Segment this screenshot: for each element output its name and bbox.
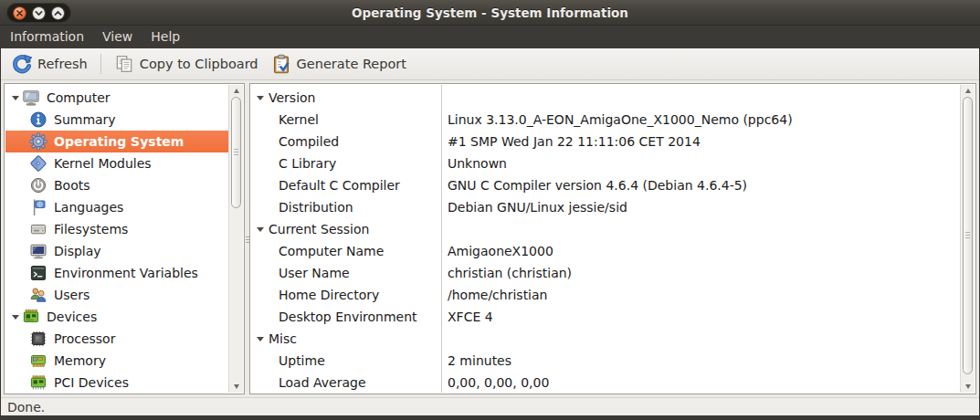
scroll-down-button[interactable] bbox=[229, 381, 243, 393]
detail-key: User Name bbox=[251, 266, 441, 280]
section-header-current-session[interactable]: Current Session bbox=[251, 218, 960, 240]
triangle-down-icon bbox=[12, 96, 19, 100]
minimize-button[interactable] bbox=[31, 5, 47, 21]
menu-item-view[interactable]: View bbox=[93, 26, 142, 48]
sidebar-item-label: Languages bbox=[54, 200, 123, 215]
sidebar-item-devices[interactable]: Devices bbox=[5, 306, 228, 328]
detail-row-c-library[interactable]: C LibraryUnknown bbox=[251, 152, 960, 174]
sidebar-item-label: Filesystems bbox=[54, 222, 128, 236]
sidebar-item-filesystems[interactable]: Filesystems bbox=[5, 218, 228, 240]
sidebar-item-display[interactable]: Display bbox=[5, 240, 228, 262]
sidebar-item-label: Processor bbox=[54, 331, 115, 346]
detail-value: Debian GNU/Linux jessie/sid bbox=[441, 200, 627, 215]
arrow-down-icon bbox=[234, 384, 239, 389]
detail-row-user-name[interactable]: User Namechristian (christian) bbox=[251, 262, 960, 284]
detail-row-computer-name[interactable]: Computer NameAmigaoneX1000 bbox=[251, 240, 960, 262]
expander-icon[interactable] bbox=[257, 96, 269, 100]
detail-value: 0,00, 0,00, 0,00 bbox=[441, 375, 549, 390]
triangle-down-icon bbox=[257, 96, 264, 100]
menu-item-information[interactable]: Information bbox=[1, 26, 93, 48]
window-resize-edge[interactable] bbox=[0, 415, 980, 420]
detail-key: Home Directory bbox=[251, 288, 441, 302]
detail-row-distribution[interactable]: DistributionDebian GNU/Linux jessie/sid bbox=[251, 196, 960, 218]
filesystems-icon bbox=[29, 220, 47, 238]
copy-to-clipboard-button[interactable]: Copy to Clipboard bbox=[108, 51, 265, 77]
scrollbar-thumb[interactable] bbox=[231, 97, 241, 208]
expander-icon[interactable] bbox=[257, 227, 269, 232]
window-controls bbox=[6, 3, 71, 23]
detail-row-compiled[interactable]: Compiled#1 SMP Wed Jan 22 11:11:06 CET 2… bbox=[251, 131, 960, 152]
section-header-version[interactable]: Version bbox=[251, 87, 960, 109]
statusbar: Done. bbox=[1, 397, 979, 415]
detail-key: Computer Name bbox=[251, 244, 441, 258]
detail-row-uptime[interactable]: Uptime2 minutes bbox=[251, 350, 960, 372]
generate-report-button[interactable]: Generate Report bbox=[265, 51, 413, 77]
detail-row-desktop-environment[interactable]: Desktop EnvironmentXFCE 4 bbox=[251, 306, 960, 328]
details-scrollbar[interactable] bbox=[960, 85, 975, 393]
titlebar[interactable]: Operating System - System Information bbox=[0, 0, 980, 26]
close-button[interactable] bbox=[12, 5, 27, 21]
detail-value: GNU C Compiler version 4.6.4 (Debian 4.6… bbox=[441, 178, 747, 193]
splitter-grip-icon bbox=[246, 236, 249, 245]
sidebar-item-operating-system[interactable]: Operating System bbox=[5, 131, 228, 152]
operating-system-icon bbox=[29, 132, 47, 151]
detail-row-default-c-compiler[interactable]: Default C CompilerGNU C Compiler version… bbox=[251, 174, 960, 196]
sidebar-item-languages[interactable]: Languages bbox=[5, 196, 228, 218]
section-header-misc[interactable]: Misc bbox=[251, 328, 960, 350]
section-title-cell: Version bbox=[251, 90, 441, 105]
scroll-down-button[interactable] bbox=[961, 381, 975, 393]
scroll-up-button[interactable] bbox=[229, 85, 243, 97]
sidebar-scrollbar[interactable] bbox=[228, 85, 243, 393]
maximize-icon bbox=[50, 5, 66, 21]
detail-value: Linux 3.13.0_A-EON_AmigaOne_X1000_Nemo (… bbox=[441, 112, 793, 127]
expander-icon[interactable] bbox=[257, 337, 269, 341]
detail-key: Load Average bbox=[251, 375, 441, 390]
refresh-button[interactable]: Refresh bbox=[5, 51, 94, 77]
details-panel: VersionKernelLinux 3.13.0_A-EON_AmigaOne… bbox=[249, 83, 976, 394]
sidebar-item-label: Computer bbox=[47, 90, 111, 105]
sidebar-item-summary[interactable]: Summary bbox=[5, 109, 228, 131]
sidebar-item-memory[interactable]: Memory bbox=[5, 350, 228, 372]
window-title: Operating System - System Information bbox=[0, 0, 980, 26]
triangle-down-icon bbox=[257, 227, 264, 232]
maximize-button[interactable] bbox=[50, 5, 66, 21]
scrollbar-thumb[interactable] bbox=[963, 97, 973, 374]
detail-key: Default C Compiler bbox=[251, 178, 441, 193]
detail-row-home-directory[interactable]: Home Directory/home/christian bbox=[251, 284, 960, 306]
toolbar-separator bbox=[100, 54, 101, 74]
detail-key: Compiled bbox=[251, 134, 441, 149]
main-content: ComputerSummaryOperating SystemKernel Mo… bbox=[1, 80, 979, 397]
refresh-icon bbox=[12, 54, 32, 74]
sidebar-item-processor[interactable]: Processor bbox=[5, 328, 228, 350]
generate-report-icon bbox=[271, 54, 291, 74]
section-title: Misc bbox=[269, 331, 297, 346]
display-icon bbox=[29, 242, 47, 260]
detail-key: C Library bbox=[251, 156, 441, 171]
section-title-cell: Misc bbox=[251, 331, 441, 346]
boots-icon bbox=[29, 176, 47, 194]
detail-key: Desktop Environment bbox=[251, 310, 441, 324]
expander-icon[interactable] bbox=[8, 315, 22, 320]
sidebar-panel: ComputerSummaryOperating SystemKernel Mo… bbox=[4, 83, 245, 394]
triangle-down-icon bbox=[257, 337, 264, 341]
detail-key: Kernel bbox=[251, 112, 441, 127]
detail-value: 2 minutes bbox=[441, 353, 511, 368]
sidebar-item-computer[interactable]: Computer bbox=[5, 87, 228, 109]
section-title-cell: Current Session bbox=[251, 222, 441, 236]
sidebar-item-environment-variables[interactable]: Environment Variables bbox=[5, 262, 228, 284]
menu-item-help[interactable]: Help bbox=[142, 26, 189, 48]
detail-row-kernel[interactable]: KernelLinux 3.13.0_A-EON_AmigaOne_X1000_… bbox=[251, 109, 960, 131]
sidebar-item-boots[interactable]: Boots bbox=[5, 174, 228, 196]
sidebar-item-kernel-modules[interactable]: Kernel Modules bbox=[5, 152, 228, 174]
devices-icon bbox=[22, 308, 40, 326]
scroll-up-button[interactable] bbox=[961, 85, 975, 97]
sidebar-item-pci-devices[interactable]: PCI Devices bbox=[5, 372, 228, 393]
section-title: Version bbox=[269, 90, 315, 105]
copy-icon bbox=[114, 54, 134, 74]
sidebar-item-users[interactable]: Users bbox=[5, 284, 228, 306]
detail-value: #1 SMP Wed Jan 22 11:11:06 CET 2014 bbox=[441, 134, 701, 149]
pci-devices-icon bbox=[29, 373, 47, 392]
detail-row-load-average[interactable]: Load Average0,00, 0,00, 0,00 bbox=[251, 372, 960, 393]
expander-icon[interactable] bbox=[8, 96, 22, 100]
sidebar-item-label: Boots bbox=[54, 178, 90, 193]
